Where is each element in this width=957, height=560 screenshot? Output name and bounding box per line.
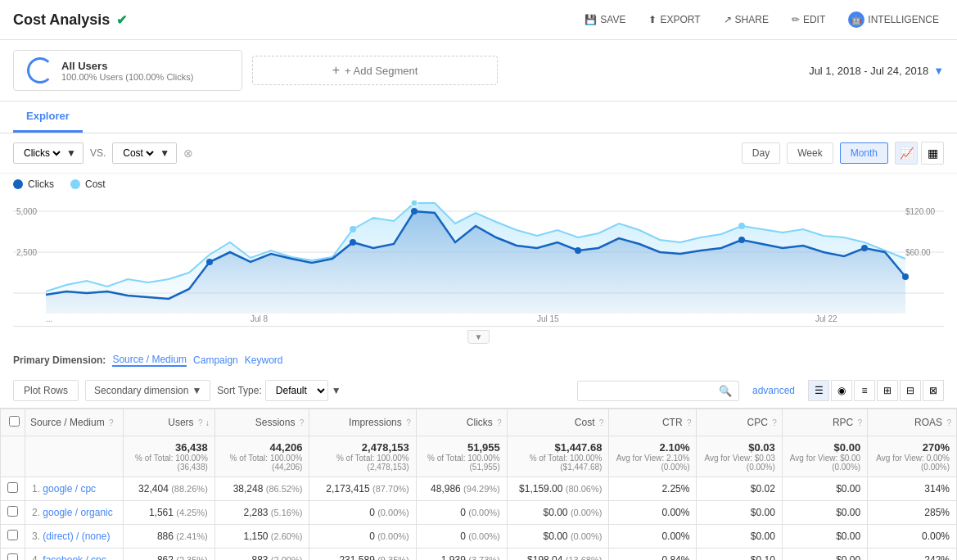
pie-view-button[interactable]: ◉	[831, 380, 852, 401]
sort-type-select[interactable]: Default	[265, 380, 328, 401]
select-all-checkbox[interactable]	[1, 409, 25, 436]
summary-row: 36,438 % of Total: 100.00% (36,438) 44,2…	[1, 436, 957, 477]
table-view-button[interactable]: ☰	[808, 380, 829, 401]
svg-point-7	[206, 259, 213, 265]
legend-clicks: Clicks	[13, 178, 54, 190]
week-button[interactable]: Week	[787, 142, 833, 164]
source-link[interactable]: facebook / cpc	[43, 554, 106, 560]
share-button[interactable]: ↗ SHARE	[719, 11, 774, 29]
svg-point-12	[861, 245, 868, 251]
plot-rows-button[interactable]: Plot Rows	[13, 380, 79, 401]
summary-cpc: $0.03 Avg for View: $0.03 (0.00%)	[697, 436, 782, 477]
advanced-link[interactable]: advanced	[752, 385, 795, 396]
comparison-view-button[interactable]: ≡	[854, 380, 875, 401]
sort-type: Sort Type: Default ▼	[217, 380, 341, 401]
metric2-dropdown[interactable]: Cost	[120, 147, 156, 160]
vs-label: VS.	[90, 147, 106, 159]
add-icon: +	[332, 63, 340, 78]
chart-controls: Clicks ▼ VS. Cost ▼ ⊗ Day Week Month 📈 ▦	[0, 133, 957, 174]
svg-text:Jul 8: Jul 8	[251, 314, 269, 323]
page-title-area: Cost Analysis ✔	[13, 11, 127, 29]
metric1-dropdown-icon: ▼	[66, 147, 76, 159]
source-link[interactable]: google / organic	[43, 507, 112, 518]
view-buttons: ☰ ◉ ≡ ⊞ ⊟ ⊠	[808, 380, 944, 401]
line-chart-button[interactable]: 📈	[895, 142, 918, 165]
col-cpc[interactable]: CPC ?	[697, 409, 782, 436]
search-icon[interactable]: 🔍	[719, 385, 732, 397]
time-buttons: Day Week Month	[742, 142, 888, 164]
table-controls: Plot Rows Secondary dimension ▼ Sort Typ…	[0, 373, 957, 409]
secondary-dimension-button[interactable]: Secondary dimension ▼	[85, 380, 210, 401]
export-icon: ⬆	[648, 14, 657, 25]
col-impressions[interactable]: Impressions ?	[309, 409, 416, 436]
custom-view-button[interactable]: ⊠	[923, 380, 944, 401]
metric2-dropdown-icon: ▼	[160, 147, 169, 159]
top-bar: Cost Analysis ✔ 💾 SAVE ⬆ EXPORT ↗ SHARE …	[0, 0, 957, 40]
chart-legend: Clicks Cost	[0, 174, 957, 195]
col-cost[interactable]: Cost ?	[507, 409, 609, 436]
table-row: 4. facebook / cpc 862 (2.35%) 883 (2.00%…	[1, 549, 957, 561]
search-box: 🔍	[577, 381, 739, 401]
tab-explorer[interactable]: Explorer	[13, 102, 83, 133]
legend-clicks-label: Clicks	[28, 178, 54, 190]
col-roas[interactable]: ROAS ?	[868, 409, 957, 436]
day-button[interactable]: Day	[742, 142, 780, 164]
keyword-link[interactable]: Keyword	[245, 355, 283, 366]
bar-chart-button[interactable]: ▦	[921, 142, 944, 165]
source-link[interactable]: google / cpc	[43, 483, 96, 495]
lifecycle-view-button[interactable]: ⊟	[900, 380, 921, 401]
remove-metric-button[interactable]: ⊗	[183, 147, 193, 160]
svg-text:Jul 15: Jul 15	[537, 314, 559, 323]
svg-text:2,500: 2,500	[16, 248, 37, 257]
source-link[interactable]: (direct) / (none)	[43, 531, 110, 542]
table-row: 2. google / organic 1,561 (4.25%) 2,283 …	[1, 501, 957, 525]
summary-clicks: 51,955 % of Total: 100.00% (51,955)	[416, 436, 507, 477]
col-sessions[interactable]: Sessions ?	[214, 409, 309, 436]
tabs-bar: Explorer	[0, 102, 957, 133]
svg-point-15	[350, 226, 356, 233]
date-range-label: Jul 1, 2018 - Jul 24, 2018	[809, 65, 928, 77]
segment-icon	[27, 57, 53, 84]
collapse-button[interactable]: ▼	[467, 330, 490, 344]
primary-dim-label: Primary Dimension:	[13, 355, 106, 366]
export-button[interactable]: ⬆ EXPORT	[643, 11, 705, 29]
metric2-select[interactable]: Cost ▼	[112, 142, 177, 164]
svg-point-14	[411, 200, 418, 206]
col-ctr[interactable]: CTR ?	[609, 409, 697, 436]
summary-users: 36,438 % of Total: 100.00% (36,438)	[123, 436, 214, 477]
metric1-dropdown[interactable]: Clicks	[20, 147, 63, 160]
col-clicks[interactable]: Clicks ?	[416, 409, 507, 436]
secondary-dim-dropdown-icon: ▼	[192, 385, 201, 396]
svg-text:Jul 22: Jul 22	[815, 314, 837, 323]
search-input[interactable]	[585, 385, 715, 396]
month-button[interactable]: Month	[840, 142, 888, 164]
summary-cost: $1,447.68 % of Total: 100.00% ($1,447.68…	[507, 436, 609, 477]
legend-cost-label: Cost	[85, 178, 106, 190]
save-button[interactable]: 💾 SAVE	[580, 11, 630, 29]
col-rpc[interactable]: RPC ?	[782, 409, 867, 436]
campaign-link[interactable]: Campaign	[193, 355, 238, 366]
svg-point-11	[738, 237, 745, 243]
source-medium-link[interactable]: Source / Medium	[112, 354, 187, 367]
chart-type-buttons: 📈 ▦	[895, 142, 944, 165]
verified-icon: ✔	[116, 12, 127, 28]
collapse-handle[interactable]: ▼	[0, 327, 957, 347]
add-segment-button[interactable]: + + Add Segment	[252, 56, 498, 85]
edit-icon: ✏	[792, 14, 800, 25]
all-users-segment: All Users 100.00% Users (100.00% Clicks)	[13, 50, 242, 91]
edit-button[interactable]: ✏ EDIT	[787, 11, 830, 29]
legend-cost: Cost	[70, 178, 106, 190]
segments-bar: All Users 100.00% Users (100.00% Clicks)…	[0, 40, 957, 102]
col-source-medium[interactable]: Source / Medium ?	[25, 409, 124, 436]
chart-svg: 5,000 2,500 $120.00 $60.00 ... Jul 8 Jul…	[13, 195, 944, 326]
share-icon: ↗	[724, 14, 732, 25]
metric1-select[interactable]: Clicks ▼	[13, 142, 84, 164]
date-range[interactable]: Jul 1, 2018 - Jul 24, 2018 ▼	[809, 65, 944, 77]
col-users[interactable]: Users ? ↓	[123, 409, 214, 436]
sort-dropdown-icon: ▼	[332, 385, 341, 396]
pivot-view-button[interactable]: ⊞	[877, 380, 898, 401]
intelligence-button[interactable]: 🤖 INTELLIGENCE	[843, 8, 944, 31]
svg-text:$120.00: $120.00	[905, 207, 936, 216]
data-table: Source / Medium ? Users ? ↓ Sessions ? I…	[0, 409, 957, 560]
svg-point-13	[902, 273, 909, 280]
